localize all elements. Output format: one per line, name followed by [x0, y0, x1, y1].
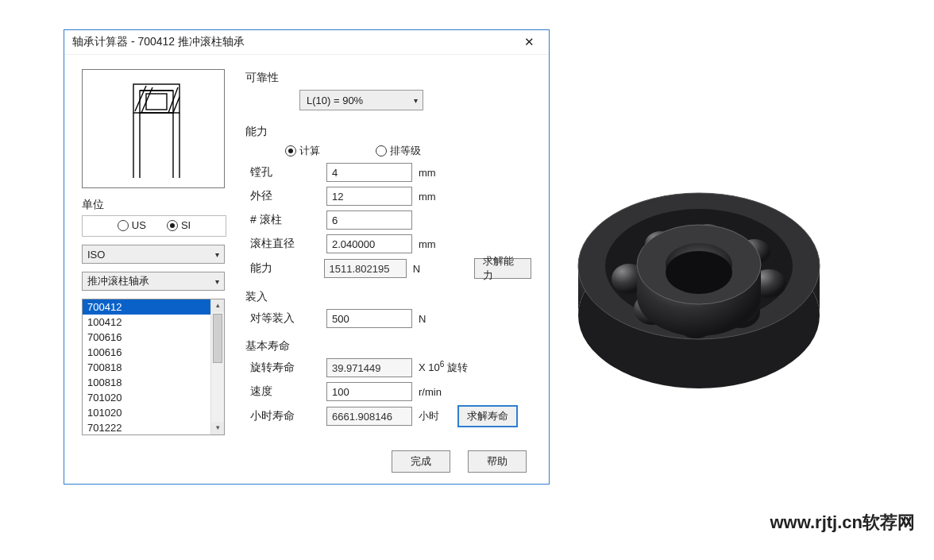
roller-dia-input[interactable]: 2.040000 [326, 234, 412, 253]
capacity-unit: N [413, 263, 468, 275]
radio-label-si: SI [181, 219, 191, 231]
radio-icon [167, 220, 178, 231]
list-item[interactable]: 700818 [83, 360, 211, 375]
bearing-3d-preview [572, 111, 826, 461]
reliability-value: L(10) = 90% [307, 95, 363, 106]
reliability-combo[interactable]: L(10) = 90% ▾ [299, 90, 423, 110]
radio-icon [118, 220, 129, 231]
list-item[interactable]: 100616 [83, 345, 211, 360]
rollers-label: # 滚柱 [250, 213, 320, 227]
list-item[interactable]: 100818 [83, 375, 211, 390]
equiv-load-input[interactable]: 500 [326, 309, 412, 328]
standard-combo[interactable]: ISO ▾ [82, 245, 225, 264]
roller-dia-label: 滚柱直径 [250, 237, 320, 251]
radio-label-us: US [132, 219, 146, 231]
equiv-load-label: 对等装入 [250, 311, 320, 326]
scrollbar[interactable]: ▴ ▾ [210, 299, 224, 434]
bearing-type-combo[interactable]: 推冲滚柱轴承 ▾ [82, 272, 225, 291]
list-item[interactable]: 701020 [83, 390, 211, 405]
solve-life-button[interactable]: 求解寿命 [458, 406, 517, 427]
radio-units-si[interactable]: SI [167, 219, 191, 231]
rev-life-label: 旋转寿命 [250, 361, 320, 375]
radio-mode-calc[interactable]: 计算 [285, 144, 320, 158]
bearing-listbox[interactable]: 700412 100412 700616 100616 700818 10081… [82, 299, 225, 435]
scroll-down-icon[interactable]: ▾ [211, 422, 224, 434]
list-item[interactable]: 100412 [83, 315, 211, 330]
radio-mode-rate[interactable]: 排等级 [376, 144, 421, 158]
help-button[interactable]: 帮助 [468, 450, 527, 473]
standard-combo-value: ISO [87, 249, 105, 261]
od-label: 外径 [250, 189, 320, 203]
od-unit: mm [419, 191, 476, 203]
svg-point-14 [666, 251, 732, 294]
bore-label: 镗孔 [250, 165, 320, 180]
speed-label: 速度 [250, 384, 320, 399]
chevron-down-icon: ▾ [215, 277, 219, 286]
bore-input[interactable]: 4 [326, 163, 412, 182]
close-icon[interactable]: ✕ [515, 33, 542, 51]
capacity-output: 1511.802195 [324, 259, 407, 278]
rollers-input[interactable]: 6 [326, 210, 412, 230]
roller-dia-unit: mm [419, 238, 476, 250]
hours-life-unit: 小时 [419, 409, 452, 423]
list-item[interactable]: 700616 [83, 330, 211, 345]
window-title: 轴承计算器 - 700412 推冲滚柱轴承 [72, 35, 515, 49]
chevron-down-icon: ▾ [414, 96, 418, 105]
hours-life-output: 6661.908146 [326, 407, 412, 426]
bearing-type-combo-value: 推冲滚柱轴承 [87, 274, 149, 288]
capacity-label: 能力 [245, 125, 531, 139]
radio-label-calc: 计算 [299, 144, 320, 158]
scrollbar-thumb[interactable] [213, 314, 222, 363]
rev-life-output: 39.971449 [326, 358, 412, 377]
radio-units-us[interactable]: US [118, 219, 146, 231]
preview-2d [82, 69, 225, 188]
watermark-text: www.rjtj.cn软荐网 [770, 511, 915, 535]
loading-label: 装入 [245, 290, 531, 304]
radio-label-rate: 排等级 [390, 144, 421, 158]
units-group: US SI [82, 215, 226, 237]
capacity-value-label: 能力 [250, 261, 318, 276]
titlebar: 轴承计算器 - 700412 推冲滚柱轴承 ✕ [64, 30, 549, 55]
list-item[interactable]: 101020 [83, 405, 211, 420]
rev-life-unit: X 106 旋转 [419, 360, 506, 375]
list-item[interactable]: 700412 [83, 299, 211, 315]
speed-input[interactable]: 100 [326, 382, 412, 401]
od-input[interactable]: 12 [326, 187, 412, 206]
speed-unit: r/min [419, 386, 476, 398]
radio-icon [376, 145, 387, 156]
done-button[interactable]: 完成 [392, 450, 450, 473]
solve-capacity-button[interactable]: 求解能力 [474, 258, 531, 279]
hours-life-label: 小时寿命 [250, 409, 320, 423]
svg-line-25 [173, 97, 179, 113]
bore-unit: mm [419, 167, 476, 179]
life-label: 基本寿命 [245, 339, 531, 353]
chevron-down-icon: ▾ [215, 250, 219, 259]
bearing-calculator-dialog: 轴承计算器 - 700412 推冲滚柱轴承 ✕ [64, 29, 550, 485]
units-group-label: 单位 [82, 198, 226, 212]
radio-icon [285, 145, 296, 156]
list-item[interactable]: 701222 [83, 420, 211, 434]
dialog-footer: 完成 帮助 [245, 450, 531, 473]
scroll-up-icon[interactable]: ▴ [211, 299, 224, 312]
equiv-load-unit: N [419, 313, 476, 325]
reliability-label: 可靠性 [245, 71, 531, 85]
